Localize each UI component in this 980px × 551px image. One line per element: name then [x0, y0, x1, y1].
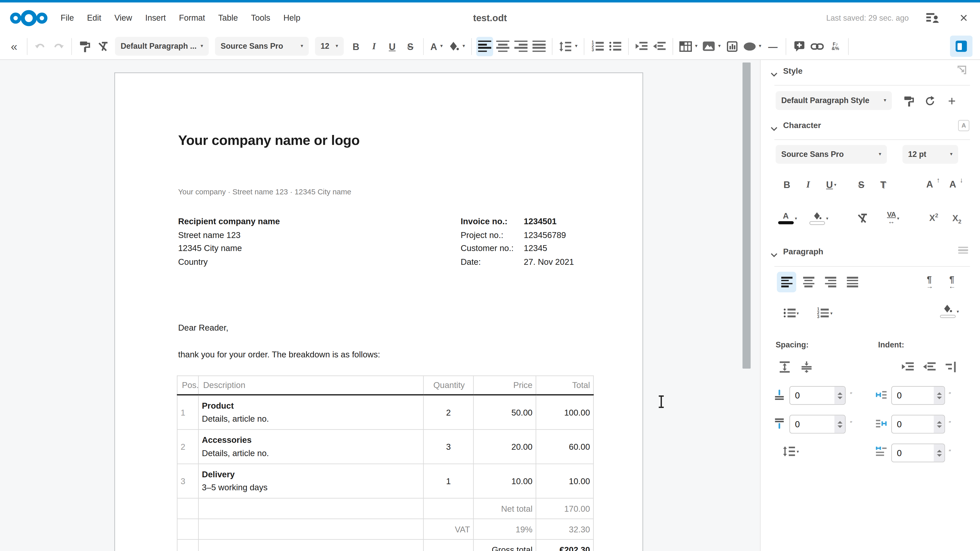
col-quantity: Quantity	[423, 376, 473, 395]
align-justify-button[interactable]	[531, 37, 547, 56]
insert-table-button[interactable]: ▾	[678, 37, 700, 56]
style-section-collapse[interactable]	[771, 68, 778, 79]
character-spacing-button[interactable]: VA↔ ▾	[881, 209, 906, 227]
sidebar-decrease-indent-button[interactable]	[921, 359, 938, 375]
close-button[interactable]: ×	[956, 10, 971, 25]
update-style-button[interactable]	[922, 94, 938, 108]
numbered-list-button[interactable]: 1 2 3	[589, 37, 606, 56]
decrease-spacing-button[interactable]	[797, 359, 815, 375]
increase-spacing-button[interactable]	[776, 359, 793, 375]
shadow-button[interactable]: T	[876, 176, 891, 192]
spinner-buttons[interactable]	[934, 387, 945, 404]
document-canvas[interactable]: Your company name or logo Your company ·…	[0, 60, 760, 551]
hanging-indent-button[interactable]	[942, 359, 959, 375]
insert-comment-button[interactable]	[791, 37, 808, 56]
insert-horizontal-line-button[interactable]: —	[764, 37, 781, 56]
spinner-buttons[interactable]	[834, 387, 845, 404]
sidebar-clone-formatting-button[interactable]	[900, 94, 917, 108]
sidebar-align-justify-button[interactable]	[842, 272, 862, 292]
underline-button[interactable]: U	[384, 37, 401, 56]
sidebar-underline-button[interactable]: U ▾	[821, 176, 842, 192]
sidebar-line-spacing-button[interactable]: ▾	[777, 442, 804, 460]
clone-formatting-button[interactable]	[76, 37, 93, 56]
paragraph-background-color-button[interactable]: ▾	[937, 300, 962, 322]
subscript-button[interactable]: X2	[948, 210, 966, 227]
sidebar-increase-indent-button[interactable]	[899, 359, 916, 375]
sidebar-paragraph-style-select[interactable]: Default Paragraph Style ▾	[776, 91, 892, 110]
font-color-button[interactable]: A ▾	[428, 37, 445, 56]
menu-file[interactable]: File	[61, 13, 74, 22]
decrease-indent-button[interactable]	[651, 37, 668, 56]
paragraph-style-select[interactable]: Default Paragraph ... ▾	[115, 37, 209, 56]
menu-insert[interactable]: Insert	[145, 13, 166, 22]
invoice-table[interactable]: Pos. Description Quantity Price Total 1 …	[177, 375, 593, 551]
sidebar-font-size-select[interactable]: 12 pt ▾	[902, 145, 958, 164]
sidebar-italic-button[interactable]: I	[800, 176, 816, 192]
new-style-button[interactable]: +	[944, 93, 960, 110]
vertical-scrollbar[interactable]	[742, 62, 751, 368]
spinner-buttons[interactable]	[834, 416, 845, 433]
sidebar-align-center-button[interactable]	[799, 272, 818, 292]
indent-after-field[interactable]	[891, 415, 945, 433]
insert-image-button[interactable]: ▾	[700, 37, 722, 56]
superscript-button[interactable]: X2	[925, 209, 942, 226]
header-right: Last saved: 29 sec. ago ×	[826, 10, 971, 25]
shrink-font-button[interactable]: A↓	[948, 176, 965, 192]
document-page[interactable]: Your company name or logo Your company ·…	[115, 73, 643, 551]
spinner-buttons[interactable]	[934, 416, 945, 433]
increase-indent-button[interactable]	[633, 37, 650, 56]
align-left-button[interactable]	[476, 37, 493, 56]
clear-formatting-button[interactable]	[94, 37, 111, 56]
menu-help[interactable]: Help	[283, 13, 300, 22]
spacing-below-field[interactable]	[789, 415, 845, 433]
collapse-toolbar-button[interactable]: «	[6, 37, 22, 56]
sidebar-bullet-list-button[interactable]: ▾	[778, 304, 804, 322]
sidebar-bold-button[interactable]: B	[780, 176, 794, 192]
style-more-options-button[interactable]	[957, 65, 967, 78]
sidebar-align-right-button[interactable]	[821, 272, 840, 292]
special-character-button[interactable]: F♪ &%	[827, 37, 844, 56]
paragraph-section-collapse[interactable]	[771, 249, 778, 260]
spacing-above-field[interactable]	[789, 386, 845, 405]
align-center-button[interactable]	[494, 37, 511, 56]
ltr-paragraph-button[interactable]: ¶→	[922, 272, 939, 291]
indent-before-icon	[876, 390, 887, 402]
insert-hyperlink-button[interactable]	[809, 37, 826, 56]
menu-format[interactable]: Format	[179, 13, 205, 22]
spinner-buttons[interactable]	[934, 444, 945, 462]
bold-button[interactable]: B	[348, 37, 364, 56]
font-size-select[interactable]: 12 ▾	[315, 37, 344, 56]
sidebar-toggle-button[interactable]	[950, 36, 972, 57]
menu-table[interactable]: Table	[218, 13, 238, 22]
redo-button[interactable]	[50, 37, 67, 56]
menu-edit[interactable]: Edit	[87, 13, 101, 22]
sidebar-strikethrough-button[interactable]: S	[854, 176, 869, 192]
indent-before-field[interactable]	[891, 386, 945, 405]
sidebar-align-left-button[interactable]	[777, 272, 796, 292]
collaborators-button[interactable]	[925, 10, 940, 25]
font-name-select[interactable]: Source Sans Pro ▾	[215, 37, 309, 56]
grow-font-button[interactable]: A↑	[924, 176, 942, 192]
menu-view[interactable]: View	[115, 13, 132, 22]
strikethrough-button[interactable]: S	[402, 37, 419, 56]
insert-chart-button[interactable]	[724, 37, 741, 56]
line-spacing-button[interactable]: ▾	[557, 37, 579, 56]
spacing-label: Spacing:	[776, 341, 808, 349]
menu-tools[interactable]: Tools	[251, 13, 270, 22]
sidebar-font-name-select[interactable]: Source Sans Pro ▾	[776, 145, 887, 164]
insert-shape-button[interactable]: ▾	[742, 37, 763, 56]
sidebar-clear-formatting-button[interactable]	[853, 210, 871, 226]
undo-button[interactable]	[32, 37, 49, 56]
sidebar-numbered-list-button[interactable]: 1 2 3 ▾	[811, 304, 838, 322]
italic-button[interactable]: I	[366, 37, 383, 56]
highlight-color-button[interactable]: ▾	[446, 37, 467, 56]
paragraph-dialog-button[interactable]	[958, 245, 968, 256]
align-right-button[interactable]	[512, 37, 529, 56]
character-section-collapse[interactable]	[771, 122, 778, 134]
sidebar-font-color-button[interactable]: A ▾	[778, 209, 797, 227]
bullet-list-button[interactable]	[607, 37, 624, 56]
character-dialog-button[interactable]: A	[958, 119, 969, 131]
sidebar-highlight-color-button[interactable]: ▾	[808, 209, 829, 227]
indent-first-line-field[interactable]	[891, 444, 945, 462]
rtl-paragraph-button[interactable]: ¶←	[944, 272, 962, 291]
